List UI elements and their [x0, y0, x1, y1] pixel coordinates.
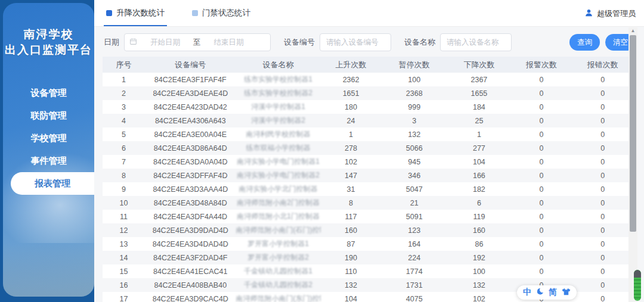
app-title: 南浔学校 出入口监测平台 [3, 27, 94, 58]
table-cell: 0 [572, 278, 633, 292]
table-row: 284C2E4EA3D4EAE4D练市实验学校控制器21651236816550… [103, 86, 633, 100]
table-cell: 1655 [447, 86, 511, 100]
sidebar-menu: 设备管理联防管理学校管理事件管理报表管理 [3, 82, 94, 195]
column-header: 设备编号 [145, 57, 236, 73]
browser-extension-handle[interactable] [634, 270, 641, 301]
table-cell: 练市实验学校控制器1 [236, 73, 321, 86]
table-cell: 千金镇幼儿园控制器2 [236, 278, 321, 292]
search-button[interactable]: 查询 [569, 34, 600, 51]
table-cell: 84C2E4EA3D3AAA4D [145, 182, 236, 196]
table-cell: 2367 [447, 73, 511, 86]
table-cell: 119 [447, 210, 511, 223]
scroll-up-arrow[interactable]: ▲ [628, 27, 637, 35]
table-cell: 南浔利民学校控制器 [236, 127, 321, 141]
table-cell: 102 [321, 155, 382, 169]
filter-toolbar: 日期 至 设备编号 设备名称 查询 清空 [104, 33, 636, 51]
table-cell: 277 [447, 141, 511, 155]
table-header-row: 序号设备编号设备名称上升次数暂停次数下降次数报警次数报错次数 [103, 57, 633, 73]
table-cell: 0 [572, 292, 633, 302]
device-name-input[interactable] [440, 33, 512, 51]
date-end-input[interactable] [203, 38, 255, 46]
table-cell: 0 [572, 237, 633, 251]
table-cell: 南浔师范附小南2门控制器 [236, 196, 321, 210]
table-cell: 0 [572, 264, 633, 278]
table-cell: 278 [321, 141, 382, 155]
table-cell: 86 [447, 237, 511, 251]
date-start-input[interactable] [140, 38, 191, 46]
table-cell: 南浔师范附小南门(东门)控制器2 [236, 292, 321, 302]
table-cell: 190 [321, 251, 382, 264]
vertical-scrollbar[interactable]: ▲ [628, 27, 637, 302]
table-cell: 0 [572, 182, 633, 196]
table-cell: 1774 [381, 264, 447, 278]
stats-table-container: 序号设备编号设备名称上升次数暂停次数下降次数报警次数报错次数 184C2E4EA… [103, 57, 633, 302]
tab-bullet-icon [192, 10, 198, 16]
translate-widget[interactable]: 中 简 [517, 285, 577, 300]
table-cell: 9 [103, 182, 145, 196]
table-cell: 100 [381, 73, 447, 86]
table-cell: 12 [103, 223, 145, 237]
table-cell: 84C2E4EA3DA0A04D [145, 155, 236, 169]
sidebar-item-1[interactable]: 设备管理 [3, 82, 94, 104]
table-cell: 0 [511, 251, 572, 264]
table-cell: 南浔师范附小南门(石门)控制器1 [236, 223, 321, 237]
date-range-picker[interactable]: 至 [124, 33, 271, 51]
table-cell: 0 [572, 100, 633, 114]
tab-2[interactable]: 门禁状态统计 [190, 0, 253, 26]
table-cell: 浔溪中学控制器2 [236, 114, 321, 127]
column-header: 设备名称 [236, 57, 321, 73]
table-row: 184C2E4EA3F1FAF4F练市实验学校控制器12362100236700 [103, 73, 633, 86]
scrollbar-thumb[interactable] [630, 35, 636, 232]
table-cell: 1731 [381, 278, 447, 292]
table-cell: 84C2E4EA41ECAC41 [145, 264, 236, 278]
table-cell: 0 [511, 127, 572, 141]
table-cell: 5047 [381, 182, 447, 196]
table-cell: 180 [321, 100, 382, 114]
table-cell: 0 [511, 237, 572, 251]
table-cell: 16 [103, 278, 145, 292]
column-header: 报警次数 [511, 57, 572, 73]
table-cell: 184 [447, 100, 511, 114]
topbar: 升降次数统计门禁状态统计 超级管理员 [94, 0, 644, 27]
table-cell: 0 [572, 114, 633, 127]
table-cell: 104 [447, 155, 511, 169]
table-cell: 0 [572, 223, 633, 237]
table-cell: 84C2E4EA423DAD42 [145, 100, 236, 114]
table-cell: 13 [103, 237, 145, 251]
table-cell: 1651 [321, 86, 382, 100]
translate-chinese-label[interactable]: 中 [523, 287, 531, 298]
table-cell: 南浔实验小学北门控制器 [236, 182, 321, 196]
table-cell: 6 [447, 196, 511, 210]
translate-simplified-label[interactable]: 简 [549, 287, 557, 298]
sidebar-item-5[interactable]: 报表管理 [11, 172, 94, 195]
sidebar-item-3[interactable]: 学校管理 [3, 127, 94, 150]
table-cell: 102 [447, 292, 511, 302]
table-cell: 84C2E4EA3D48A84D [145, 196, 236, 210]
moon-icon[interactable] [536, 288, 544, 297]
table-cell: 5091 [381, 210, 447, 223]
table-cell: 0 [572, 127, 633, 141]
table-cell: 浔溪中学控制器1 [236, 100, 321, 114]
tab-1[interactable]: 升降次数统计 [104, 0, 167, 26]
table-cell: 192 [447, 251, 511, 264]
table-cell: 84C2E4EA408BAB40 [145, 278, 236, 292]
table-cell: 132 [321, 278, 382, 292]
table-cell: 84C2E4EA3D9DAD4D [145, 223, 236, 237]
calendar-icon [129, 38, 137, 47]
sidebar-item-2[interactable]: 联防管理 [3, 104, 94, 127]
table-cell: 南浔师范附小北1门控制器 [236, 210, 321, 223]
table-cell: 7 [103, 155, 145, 169]
table-cell: 0 [572, 169, 633, 182]
table-cell: 21 [381, 196, 447, 210]
table-cell: 224 [381, 251, 447, 264]
table-cell: 练市双福小学控制器 [236, 141, 321, 155]
app-title-line1: 南浔学校 [3, 27, 94, 42]
device-no-input[interactable] [320, 33, 391, 51]
table-cell: 14 [103, 251, 145, 264]
user-menu[interactable]: 超级管理员 [584, 0, 636, 27]
table-cell: 2362 [321, 73, 382, 86]
column-header: 暂停次数 [381, 57, 447, 73]
tab-label: 升降次数统计 [116, 8, 165, 18]
sidebar-item-4[interactable]: 事件管理 [3, 150, 94, 172]
shirt-icon[interactable] [562, 288, 571, 297]
